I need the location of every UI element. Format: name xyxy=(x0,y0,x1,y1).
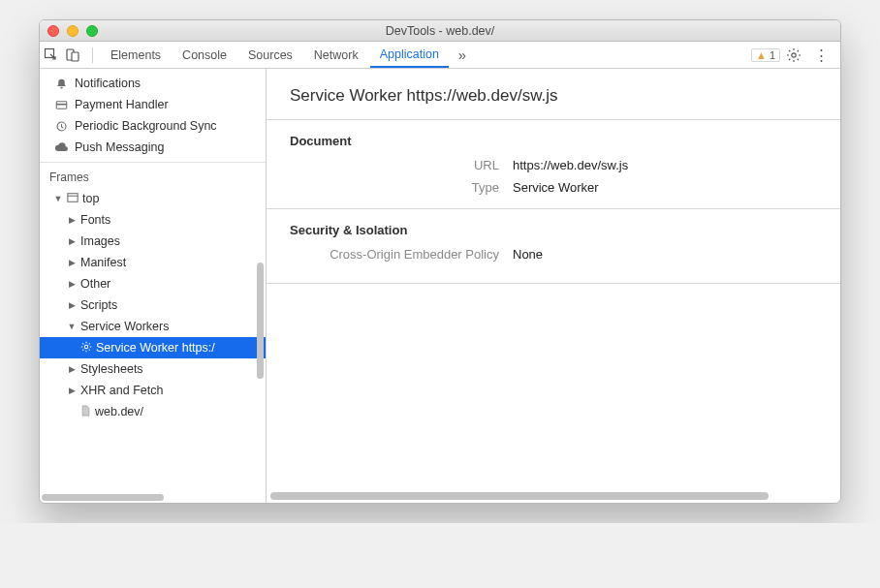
document-section-heading: Document xyxy=(290,134,817,148)
detail-title: Service Worker https://web.dev/sw.js xyxy=(267,69,840,119)
cloud-icon xyxy=(53,141,69,154)
tree-node-service-workers[interactable]: ▼Service Workers xyxy=(40,316,266,337)
kebab-menu-icon[interactable]: ⋮ xyxy=(811,46,831,64)
warning-count: 1 xyxy=(770,49,775,61)
gear-icon xyxy=(80,341,92,355)
svg-rect-4 xyxy=(60,86,62,88)
chevron-down-icon: ▼ xyxy=(67,322,77,331)
chevron-right-icon: ▶ xyxy=(67,215,77,225)
svg-rect-6 xyxy=(56,103,67,105)
frames-section-label: Frames xyxy=(40,163,266,188)
warnings-badge[interactable]: ▲ 1 xyxy=(751,48,780,62)
tree-node-xhr-fetch[interactable]: ▶XHR and Fetch xyxy=(40,380,266,401)
sidebar-item-push-messaging[interactable]: Push Messaging xyxy=(40,137,266,158)
type-value: Service Worker xyxy=(513,180,599,195)
url-label: URL xyxy=(290,158,513,172)
tab-application[interactable]: Application xyxy=(370,42,449,68)
card-icon xyxy=(53,99,69,111)
detail-pane: Service Worker https://web.dev/sw.js Doc… xyxy=(267,69,840,503)
chevron-right-icon: ▶ xyxy=(67,279,77,289)
window-title: DevTools - web.dev/ xyxy=(40,24,840,38)
kv-url: URL https://web.dev/sw.js xyxy=(290,158,817,172)
separator xyxy=(92,47,93,63)
warning-icon: ▲ xyxy=(756,49,767,61)
main-area: Notifications Payment Handler Periodic B… xyxy=(40,69,840,503)
file-icon xyxy=(80,405,91,418)
sidebar-horizontal-scrollbar[interactable] xyxy=(40,491,266,503)
tab-elements[interactable]: Elements xyxy=(101,42,171,68)
tab-console[interactable]: Console xyxy=(173,42,236,68)
svg-point-3 xyxy=(792,52,796,56)
tree-node-fonts[interactable]: ▶Fonts xyxy=(40,209,266,231)
chevron-right-icon: ▶ xyxy=(67,258,77,267)
clock-icon xyxy=(53,120,69,133)
tree-node-scripts[interactable]: ▶Scripts xyxy=(40,294,266,316)
window-icon xyxy=(67,192,79,205)
sidebar-item-periodic-sync[interactable]: Periodic Background Sync xyxy=(40,115,266,137)
kv-type: Type Service Worker xyxy=(290,180,817,195)
tab-sources[interactable]: Sources xyxy=(238,42,302,68)
coep-value: None xyxy=(513,247,543,262)
chevron-right-icon: ▶ xyxy=(67,386,77,395)
type-label: Type xyxy=(290,180,513,195)
document-section: Document URL https://web.dev/sw.js Type … xyxy=(267,119,840,208)
inspect-element-icon[interactable] xyxy=(44,47,63,63)
devtools-window: DevTools - web.dev/ Elements Console Sou… xyxy=(39,19,841,504)
content-horizontal-scrollbar[interactable] xyxy=(267,489,840,503)
tree-node-manifest[interactable]: ▶Manifest xyxy=(40,252,266,273)
sidebar-vertical-scrollbar[interactable] xyxy=(257,263,264,379)
chevron-right-icon: ▶ xyxy=(67,364,77,374)
coep-label: Cross-Origin Embedder Policy xyxy=(290,247,513,262)
devtools-toolbar: Elements Console Sources Network Applica… xyxy=(40,42,840,69)
svg-point-10 xyxy=(84,345,87,348)
tree-node-top[interactable]: ▼ top xyxy=(40,188,266,209)
url-value: https://web.dev/sw.js xyxy=(513,158,628,172)
security-section-heading: Security & Isolation xyxy=(290,223,817,237)
tree-node-webdev[interactable]: web.dev/ xyxy=(40,401,266,422)
kv-coep: Cross-Origin Embedder Policy None xyxy=(290,247,817,262)
security-section: Security & Isolation Cross-Origin Embedd… xyxy=(267,208,840,284)
application-sidebar: Notifications Payment Handler Periodic B… xyxy=(40,69,267,503)
tree-node-stylesheets[interactable]: ▶Stylesheets xyxy=(40,358,266,380)
chevron-right-icon: ▶ xyxy=(67,300,77,310)
chevron-down-icon: ▼ xyxy=(53,194,63,203)
sidebar-item-notifications[interactable]: Notifications xyxy=(40,73,266,94)
settings-icon[interactable] xyxy=(786,47,805,63)
tree-node-service-worker-item[interactable]: Service Worker https:/ xyxy=(40,337,266,358)
bell-icon xyxy=(53,77,69,90)
tree-node-images[interactable]: ▶Images xyxy=(40,231,266,252)
device-toolbar-icon[interactable] xyxy=(65,47,84,63)
chevron-right-icon: ▶ xyxy=(67,236,77,246)
tree-node-other[interactable]: ▶Other xyxy=(40,273,266,294)
tab-network[interactable]: Network xyxy=(304,42,368,68)
svg-rect-2 xyxy=(72,52,79,61)
titlebar: DevTools - web.dev/ xyxy=(40,20,840,42)
frames-tree: ▼ top ▶Fonts ▶Images ▶Manifest ▶Other ▶S… xyxy=(40,188,266,422)
svg-rect-8 xyxy=(68,194,78,202)
sidebar-item-payment-handler[interactable]: Payment Handler xyxy=(40,94,266,115)
more-tabs-button[interactable]: » xyxy=(451,46,474,63)
